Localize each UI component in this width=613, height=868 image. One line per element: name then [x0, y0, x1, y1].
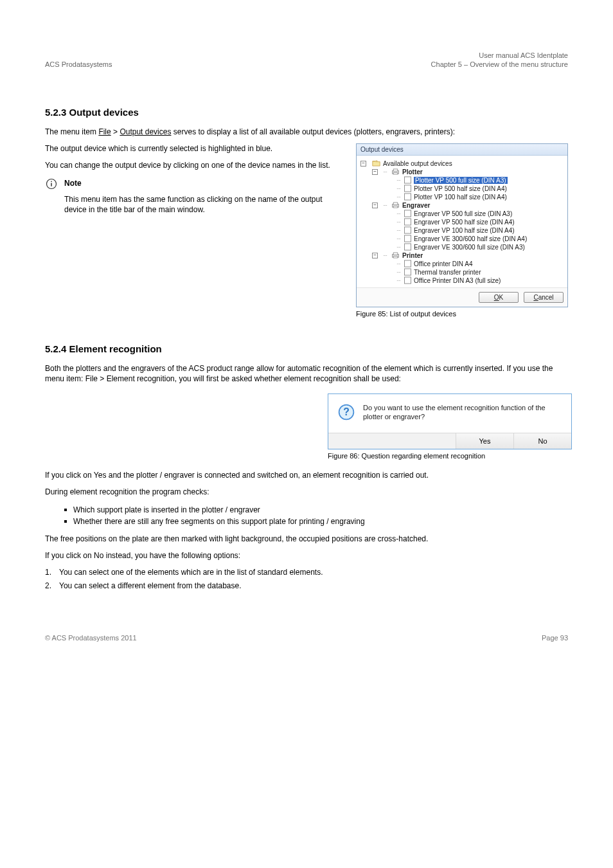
s2-paragraph-4: The free positions on the plate are then…: [45, 534, 568, 544]
svg-rect-15: [404, 235, 411, 242]
tree-connector-icon: ····: [396, 219, 400, 225]
menu-link-output-devices: Output devices: [120, 127, 171, 136]
printer-icon: [391, 168, 400, 176]
s2-p2-yes: Yes: [94, 471, 107, 480]
svg-rect-14: [404, 227, 411, 233]
s2-paragraph-5: If you click on No instead, you have the…: [45, 550, 568, 561]
option-1: 1. You can select one of the elements wh…: [45, 567, 568, 578]
tree-connector-icon: ····: [383, 252, 387, 258]
intro-text-b: >: [111, 127, 120, 136]
tree-item-plotter-0[interactable]: ···· Plotter VP 500 full size (DIN A3): [360, 176, 565, 185]
msgbox-footer: Yes No: [328, 433, 571, 449]
tree-item-label: Plotter VP 100 half size (DIN A4): [414, 194, 507, 201]
checkbox-icon[interactable]: [404, 276, 411, 284]
svg-rect-21: [404, 269, 411, 275]
tree-group-plotter[interactable]: − ···· Plotter: [360, 168, 565, 176]
no-button[interactable]: No: [513, 433, 571, 449]
checkbox-icon[interactable]: [404, 218, 411, 226]
svg-rect-20: [404, 260, 411, 267]
collapse-icon[interactable]: −: [372, 203, 378, 208]
panel-footer: OK Cancel: [357, 287, 567, 307]
header-right-line1: User manual ACS Identplate: [431, 51, 568, 59]
option-1-text: You can select one of the elements which…: [59, 567, 323, 578]
option-1-number: 1.: [45, 567, 54, 578]
tree-item-engraver-4[interactable]: ···· Engraver VE 300/600 full size (DIN …: [360, 243, 565, 251]
checkbox-icon[interactable]: [404, 243, 411, 251]
checkbox-icon[interactable]: [404, 210, 411, 217]
recognition-check-list: Which support plate is inserted in the p…: [64, 504, 568, 527]
svg-rect-2: [51, 181, 52, 182]
intro-text-c: serves to display a list of all availabl…: [171, 127, 455, 136]
tree-item-engraver-3[interactable]: ···· Engraver VE 300/600 half size (DIN …: [360, 235, 565, 243]
tree-group-printer[interactable]: − ···· Printer: [360, 251, 565, 260]
panel-body: − Available output devices −: [357, 156, 567, 287]
tree-item-label: Office printer DIN A4: [414, 260, 473, 267]
note-row: Note: [45, 177, 343, 190]
svg-rect-11: [393, 206, 398, 208]
tree-connector-icon: ····: [396, 277, 400, 284]
question-icon: ?: [337, 403, 355, 421]
checkbox-icon[interactable]: [404, 193, 411, 201]
tree-connector-icon: ····: [396, 177, 400, 183]
collapse-icon[interactable]: −: [372, 253, 378, 258]
svg-text:?: ?: [343, 406, 350, 417]
header-right-line2: Chapter 5 – Overview of the menu structu…: [431, 60, 568, 68]
tree-connector-icon: ····: [396, 235, 400, 242]
checkbox-icon[interactable]: [404, 268, 411, 276]
yes-button[interactable]: Yes: [456, 433, 513, 449]
tree-item-label: Engraver VE 300/600 half size (DIN A4): [414, 235, 527, 242]
tree-item-printer-2[interactable]: ···· Office Printer DIN A3 (full size): [360, 276, 565, 285]
collapse-icon[interactable]: −: [360, 161, 366, 167]
checkbox-icon[interactable]: [404, 235, 411, 242]
section-intro-paragraph: The menu item File > Output devices serv…: [45, 127, 568, 137]
svg-rect-13: [404, 219, 411, 225]
tree-item-engraver-0[interactable]: ···· Engraver VP 500 full size (DIN A3): [360, 210, 565, 218]
checkbox-icon[interactable]: [404, 260, 411, 267]
tree-item-engraver-1[interactable]: ···· Engraver VP 500 half size (DIN A4): [360, 218, 565, 226]
note-label: Note: [64, 179, 82, 188]
tree-item-plotter-2[interactable]: ···· Plotter VP 100 half size (DIN A4): [360, 193, 565, 201]
svg-rect-16: [404, 244, 411, 250]
tree-item-label: Office Printer DIN A3 (full size): [414, 277, 501, 284]
s2-paragraph-1: Both the plotters and the engravers of t…: [45, 363, 568, 384]
menu-link-file: File: [98, 127, 111, 136]
options-list: 1. You can select one of the elements wh…: [45, 567, 568, 592]
s2-p2-a: If you click on: [45, 471, 94, 480]
page-footer: © ACS Prodatasystems 2011 Page 93: [45, 630, 568, 642]
left-paragraph-1: The output device which is currently sel…: [45, 143, 343, 154]
output-devices-panel: Output devices − Available output device…: [356, 143, 568, 307]
s2-paragraph-3: During element recognition the program c…: [45, 487, 568, 497]
tree-connector-icon: ····: [396, 227, 400, 233]
tree-item-label: Engraver VE 300/600 full size (DIN A3): [414, 244, 525, 251]
ok-button[interactable]: OK: [479, 292, 519, 303]
svg-rect-8: [404, 194, 411, 200]
s2-p2-b: and the plotter / engraver is connected …: [106, 471, 429, 480]
s2-p5-a: If you click on: [45, 551, 94, 560]
checkbox-icon[interactable]: [404, 185, 411, 192]
bullet-2: Whether there are still any free segment…: [64, 516, 568, 527]
checkbox-icon[interactable]: [404, 226, 411, 234]
cancel-button[interactable]: Cancel: [524, 292, 564, 303]
tree-item-printer-1[interactable]: ···· Thermal transfer printer: [360, 268, 565, 276]
tree-connector-icon: ····: [396, 269, 400, 275]
tree-connector-icon: ····: [396, 210, 400, 217]
svg-rect-10: [393, 203, 398, 204]
checkbox-icon[interactable]: [404, 176, 411, 184]
printer-icon: [391, 251, 400, 259]
msgbox-text: Do you want to use the element recogniti…: [363, 403, 562, 422]
svg-rect-19: [393, 257, 398, 258]
svg-rect-6: [404, 177, 411, 183]
tree-item-engraver-2[interactable]: ···· Engraver VP 100 half size (DIN A4): [360, 226, 565, 235]
tree-item-label: Engraver VP 500 half size (DIN A4): [414, 219, 515, 226]
tree-group-engraver[interactable]: − ···· Engraver: [360, 201, 565, 210]
tree-item-plotter-1[interactable]: ···· Plotter VP 500 half size (DIN A4): [360, 185, 565, 193]
tree-root-row[interactable]: − Available output devices: [360, 159, 565, 168]
tree-item-label: Plotter VP 500 half size (DIN A4): [414, 185, 507, 192]
tree-item-printer-0[interactable]: ···· Office printer DIN A4: [360, 260, 565, 268]
collapse-icon[interactable]: −: [372, 169, 378, 175]
header-left: ACS Prodatasystems: [45, 60, 112, 68]
tree-connector-icon: ····: [396, 260, 400, 267]
tree-connector-icon: ····: [383, 168, 387, 175]
svg-rect-18: [393, 253, 398, 255]
option-2: 2. You can select a different element fr…: [45, 581, 568, 592]
